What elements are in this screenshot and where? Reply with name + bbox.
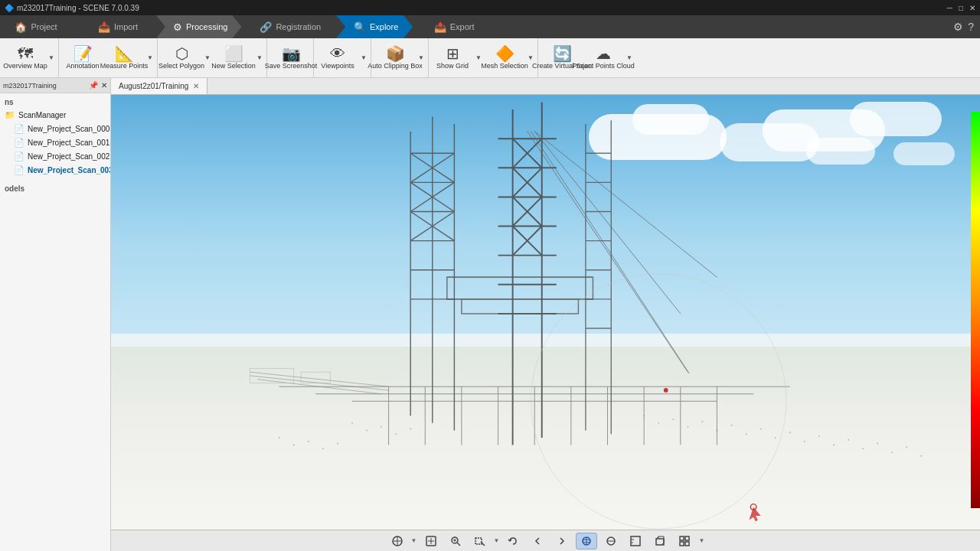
pan-button[interactable] bbox=[420, 533, 442, 549]
undo-button[interactable] bbox=[502, 533, 524, 549]
scan-001-label: New_Project_Scan_001 bbox=[28, 139, 109, 147]
save-screenshot-button[interactable]: 📷 Save Screenshot bbox=[270, 41, 312, 76]
svg-point-94 bbox=[308, 441, 309, 442]
workflow-registration[interactable]: 🔗 Registration bbox=[243, 15, 335, 38]
svg-point-68 bbox=[366, 429, 368, 431]
project-points-cloud-button[interactable]: ☁ Project Points Cloud bbox=[583, 41, 624, 76]
sidebar-item-scan-003[interactable]: 📄 New_Project_Scan_003 bbox=[2, 163, 109, 177]
cursor-indicator bbox=[749, 504, 760, 522]
mesh-selection-arrow[interactable]: ▼ bbox=[525, 41, 536, 76]
svg-point-76 bbox=[701, 421, 703, 422]
scan-000-label: New_Project_Scan_000 bbox=[28, 125, 109, 133]
scan-001-icon: 📄 bbox=[14, 137, 24, 148]
box-zoom-button[interactable] bbox=[469, 533, 491, 549]
export-label: Export bbox=[450, 22, 475, 31]
sidebar-header-icons: 📌 ✕ bbox=[89, 81, 107, 90]
maximize-button[interactable]: □ bbox=[959, 4, 963, 12]
zoom-button[interactable] bbox=[445, 533, 466, 549]
toolbar: 🗺 Overview Map ▼ 📝 Annotation 📐 Measure … bbox=[0, 38, 980, 78]
sidebar-item-scan-001[interactable]: 📄 New_Project_Scan_001 bbox=[2, 135, 109, 149]
workflow-project[interactable]: 🏠 Project bbox=[0, 15, 77, 38]
grid-view-arrow[interactable]: ▼ bbox=[698, 537, 704, 544]
toolbar-group-selection: ⬡ Select Polygon ▼ ⬜ New Selection ▼ bbox=[159, 38, 267, 77]
bottom-toolbar: ▼ ▼ bbox=[111, 530, 980, 551]
sidebar-item-scan-manager[interactable]: 📁 ScanManager bbox=[2, 108, 109, 122]
auto-clipping-arrow[interactable]: ▼ bbox=[416, 41, 426, 76]
new-selection-label: New Selection bbox=[211, 63, 256, 70]
sidebar-item-scan-002[interactable]: 📄 New_Project_Scan_002 bbox=[2, 149, 109, 163]
new-selection-arrow[interactable]: ▼ bbox=[254, 41, 265, 76]
select-polygon-icon: ⬡ bbox=[175, 46, 188, 61]
show-grid-arrow[interactable]: ▼ bbox=[473, 41, 484, 76]
annotation-button[interactable]: 📝 Annotation bbox=[62, 41, 103, 76]
workflow-explore[interactable]: 🔍 Explore bbox=[336, 15, 413, 38]
grid-view-button[interactable] bbox=[674, 533, 695, 549]
svg-rect-124 bbox=[685, 542, 689, 546]
svg-point-92 bbox=[279, 437, 280, 439]
svg-rect-45 bbox=[447, 277, 593, 299]
svg-rect-109 bbox=[475, 538, 482, 544]
viewport-area: August2z01/Training ✕ bbox=[111, 78, 980, 551]
overview-map-button[interactable]: 🗺 Overview Map bbox=[5, 41, 46, 76]
box-button[interactable] bbox=[649, 533, 671, 549]
measure-points-arrow[interactable]: ▼ bbox=[145, 41, 155, 76]
viewpoints-icon: 👁 bbox=[330, 46, 345, 61]
sidebar-pin-icon[interactable]: 📌 bbox=[89, 81, 98, 90]
viewpoints-button[interactable]: 👁 Viewpoints bbox=[317, 41, 358, 76]
slice-button[interactable] bbox=[600, 533, 622, 549]
help-icon[interactable]: ? bbox=[968, 21, 974, 33]
viewpoints-arrow[interactable]: ▼ bbox=[358, 41, 369, 76]
main-area: m232017Training 📌 ✕ ns 📁 ScanManager 📄 N… bbox=[0, 78, 980, 551]
auto-clipping-box-button[interactable]: 📦 Auto Clipping Box bbox=[374, 41, 416, 76]
box-zoom-arrow[interactable]: ▼ bbox=[494, 537, 500, 544]
toolbar-group-home: 🗺 Overview Map ▼ bbox=[3, 38, 59, 77]
measure-points-button[interactable]: 📐 Measure Points bbox=[103, 41, 145, 76]
sidebar-item-scan-000[interactable]: 📄 New_Project_Scan_000 bbox=[2, 122, 109, 135]
settings-icon[interactable]: ⚙ bbox=[953, 21, 963, 33]
scan-002-label: New_Project_Scan_002 bbox=[28, 152, 109, 161]
color-scale-bar bbox=[971, 112, 980, 508]
app-title: m232017Training - SCENE 7.0.0.39 bbox=[17, 4, 139, 12]
viewport-tab-close[interactable]: ✕ bbox=[193, 82, 199, 90]
explore-icon: 🔍 bbox=[354, 21, 366, 33]
next-view-button[interactable] bbox=[551, 533, 573, 549]
show-grid-label: Show Grid bbox=[436, 63, 469, 70]
workflow-import[interactable]: 📥 Import bbox=[78, 15, 155, 38]
svg-line-62 bbox=[250, 372, 389, 386]
project-points-cloud-arrow[interactable]: ▼ bbox=[624, 41, 635, 76]
toolbar-group-viewpoints: 👁 Viewpoints ▼ bbox=[315, 38, 371, 77]
sidebar-close-icon[interactable]: ✕ bbox=[101, 81, 107, 90]
perspective-view-button[interactable] bbox=[576, 533, 597, 549]
svg-point-81 bbox=[775, 437, 776, 439]
svg-line-41 bbox=[528, 132, 688, 372]
mesh-selection-button[interactable]: 🔶 Mesh Selection bbox=[484, 41, 525, 76]
nav-mode-arrow[interactable]: ▼ bbox=[411, 537, 417, 544]
viewport-tab-main[interactable]: August2z01/Training ✕ bbox=[111, 78, 207, 94]
svg-point-74 bbox=[672, 419, 674, 420]
project-icon: 🏠 bbox=[15, 21, 27, 33]
show-grid-button[interactable]: ⊞ Show Grid bbox=[432, 41, 473, 76]
svg-point-84 bbox=[818, 435, 820, 437]
new-selection-button[interactable]: ⬜ New Selection bbox=[213, 41, 254, 76]
svg-rect-122 bbox=[685, 536, 689, 540]
nav-mode-button[interactable] bbox=[387, 533, 408, 549]
title-bar-controls[interactable]: ─ □ ✕ bbox=[947, 4, 975, 12]
overview-map-icon: 🗺 bbox=[18, 46, 33, 61]
create-virtual-scan-icon: 🔄 bbox=[553, 46, 572, 61]
minimize-button[interactable]: ─ bbox=[947, 4, 952, 12]
measure-button[interactable] bbox=[625, 533, 646, 549]
prev-view-button[interactable] bbox=[527, 533, 548, 549]
workflow-export[interactable]: 📤 Export bbox=[414, 15, 491, 38]
create-virtual-scan-button[interactable]: 🔄 Create Virtual Scan bbox=[541, 41, 583, 76]
workflow-nav: 🏠 Project 📥 Import ⚙ Processing 🔗 Regist… bbox=[0, 15, 980, 38]
scan-002-icon: 📄 bbox=[14, 151, 24, 161]
3d-scene[interactable] bbox=[111, 95, 980, 530]
select-polygon-label: Select Polygon bbox=[158, 63, 204, 70]
svg-line-43 bbox=[534, 132, 717, 278]
close-button[interactable]: ✕ bbox=[969, 4, 975, 12]
overview-map-arrow[interactable]: ▼ bbox=[46, 41, 57, 76]
select-polygon-button[interactable]: ⬡ Select Polygon bbox=[161, 41, 202, 76]
svg-point-91 bbox=[920, 455, 922, 457]
select-polygon-arrow[interactable]: ▼ bbox=[202, 41, 213, 76]
workflow-processing[interactable]: ⚙ Processing bbox=[156, 15, 241, 38]
